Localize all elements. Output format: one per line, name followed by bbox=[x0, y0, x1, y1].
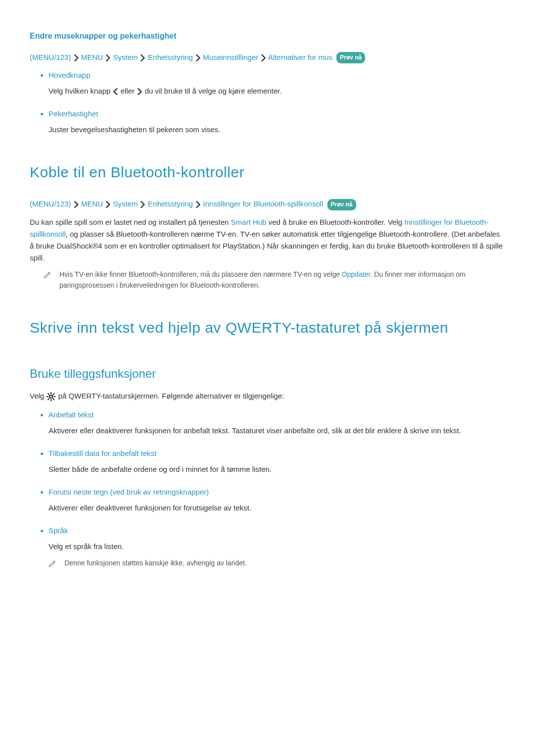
para-text: ved å bruke en Bluetooth-kontroller. Vel… bbox=[267, 218, 405, 226]
options-list-mouse: Hovedknapp Velg hvilken knapp eller du v… bbox=[30, 69, 505, 136]
gear-icon bbox=[47, 392, 55, 401]
chevron-right-icon bbox=[261, 54, 267, 61]
option-description: Aktiverer eller deaktiverer funksjonen f… bbox=[44, 502, 505, 514]
note-language: Denne funksjonen støttes kanskje ikke, a… bbox=[49, 557, 505, 568]
breadcrumb-item[interactable]: System bbox=[113, 53, 138, 61]
breadcrumb-item[interactable]: MENU/123 bbox=[32, 200, 68, 208]
option-description: Sletter både de anbefalte ordene og ord … bbox=[44, 463, 505, 475]
chevron-left-icon bbox=[112, 88, 118, 95]
intro-text-a: Velg bbox=[30, 392, 46, 400]
breadcrumb-item[interactable]: MENU bbox=[81, 200, 103, 208]
chevron-right-icon bbox=[105, 201, 111, 208]
pencil-icon bbox=[44, 270, 52, 278]
chevron-right-icon bbox=[195, 201, 201, 208]
option-label: Hovedknapp bbox=[49, 69, 505, 81]
chevron-right-icon bbox=[73, 54, 79, 61]
list-item: Språk Velg et språk fra listen. Denne fu… bbox=[49, 525, 505, 568]
note-text: Denne funksjonen støttes kanskje ikke, a… bbox=[64, 557, 247, 568]
paren-close: ) bbox=[68, 200, 71, 208]
paren-close: ) bbox=[68, 53, 71, 61]
note-bluetooth: Hvis TV-en ikke finner Bluetooth-kontrol… bbox=[30, 269, 505, 291]
option-label: Forutsi neste tegn (ved bruk av retnings… bbox=[49, 486, 505, 498]
list-item: Pekerhastighet Juster bevegelseshastighe… bbox=[49, 108, 505, 136]
note-text-a: Hvis TV-en ikke finner Bluetooth-kontrol… bbox=[59, 270, 342, 278]
breadcrumb-mouse: (MENU/123) MENU System Enhetsstyring Mus… bbox=[30, 51, 505, 64]
try-now-badge[interactable]: Prøv nå bbox=[336, 52, 365, 63]
chevron-right-icon bbox=[105, 54, 111, 61]
breadcrumb-item[interactable]: MENU bbox=[81, 53, 103, 61]
option-description: Velg et språk fra listen. bbox=[44, 541, 505, 553]
desc-text: Velg hvilken knapp bbox=[49, 87, 112, 95]
breadcrumb-item[interactable]: MENU/123 bbox=[32, 53, 68, 61]
chevron-right-icon bbox=[140, 54, 146, 61]
option-label: Anbefalt tekst bbox=[49, 409, 505, 421]
options-list-qwerty: Anbefalt tekst Aktiverer eller deaktiver… bbox=[30, 409, 505, 568]
breadcrumb-item[interactable]: Alternativer for mus bbox=[268, 53, 332, 61]
list-item: Forutsi neste tegn (ved bruk av retnings… bbox=[49, 486, 505, 514]
option-description: Juster bevegelseshastigheten til pekeren… bbox=[44, 124, 505, 136]
option-label: Tilbakestill data for anbefalt tekst bbox=[49, 448, 505, 459]
try-now-badge[interactable]: Prøv nå bbox=[327, 199, 356, 210]
option-description: Velg hvilken knapp eller du vil bruke ti… bbox=[44, 85, 505, 97]
para-text: Du kan spille spill som er lastet ned og… bbox=[30, 218, 231, 226]
chevron-right-icon bbox=[195, 54, 201, 61]
inline-link-refresh[interactable]: Oppdater bbox=[342, 270, 371, 278]
breadcrumb-item[interactable]: Enhetsstyring bbox=[148, 200, 193, 208]
desc-text: eller bbox=[120, 87, 137, 95]
breadcrumb-bluetooth: (MENU/123) MENU System Enhetsstyring Inn… bbox=[30, 198, 505, 210]
option-label: Pekerhastighet bbox=[49, 108, 505, 120]
intro-text-b: på QWERTY-tastaturskjermen. Følgende alt… bbox=[58, 392, 284, 400]
breadcrumb-item[interactable]: System bbox=[113, 200, 138, 208]
section-title-mouse: Endre museknapper og pekerhastighet bbox=[30, 30, 505, 43]
heading-bluetooth: Koble til en Bluetooth-kontroller bbox=[30, 160, 505, 184]
subheading-extras: Bruke tilleggsfunksjoner bbox=[30, 364, 505, 383]
chevron-right-icon bbox=[140, 201, 146, 208]
chevron-right-icon bbox=[73, 201, 79, 208]
para-text: , og plasser så Bluetooth-kontrolleren n… bbox=[30, 230, 503, 262]
list-item: Tilbakestill data for anbefalt tekst Sle… bbox=[49, 448, 505, 475]
paragraph-bluetooth: Du kan spille spill som er lastet ned og… bbox=[30, 216, 505, 264]
inline-link-smarthub[interactable]: Smart Hub bbox=[231, 218, 267, 226]
option-label: Språk bbox=[49, 525, 505, 537]
heading-qwerty: Skrive inn tekst ved hjelp av QWERTY-tas… bbox=[30, 316, 505, 340]
list-item: Anbefalt tekst Aktiverer eller deaktiver… bbox=[49, 409, 505, 437]
chevron-right-icon bbox=[137, 88, 143, 95]
desc-text: du vil bruke til å velge og kjøre elemen… bbox=[145, 87, 282, 95]
breadcrumb-item[interactable]: Enhetsstyring bbox=[148, 53, 193, 61]
breadcrumb-item[interactable]: Innstillinger for Bluetooth-spillkonsoll bbox=[203, 200, 323, 208]
breadcrumb-item[interactable]: Museinnstillinger bbox=[203, 53, 259, 61]
pencil-icon bbox=[49, 559, 56, 567]
option-description: Aktiverer eller deaktiverer funksjonen f… bbox=[44, 425, 505, 437]
note-text: Hvis TV-en ikke finner Bluetooth-kontrol… bbox=[59, 269, 505, 291]
list-item: Hovedknapp Velg hvilken knapp eller du v… bbox=[49, 69, 505, 97]
intro-qwerty: Velg på QWERTY-tastaturskjermen. Følgend… bbox=[30, 390, 505, 402]
